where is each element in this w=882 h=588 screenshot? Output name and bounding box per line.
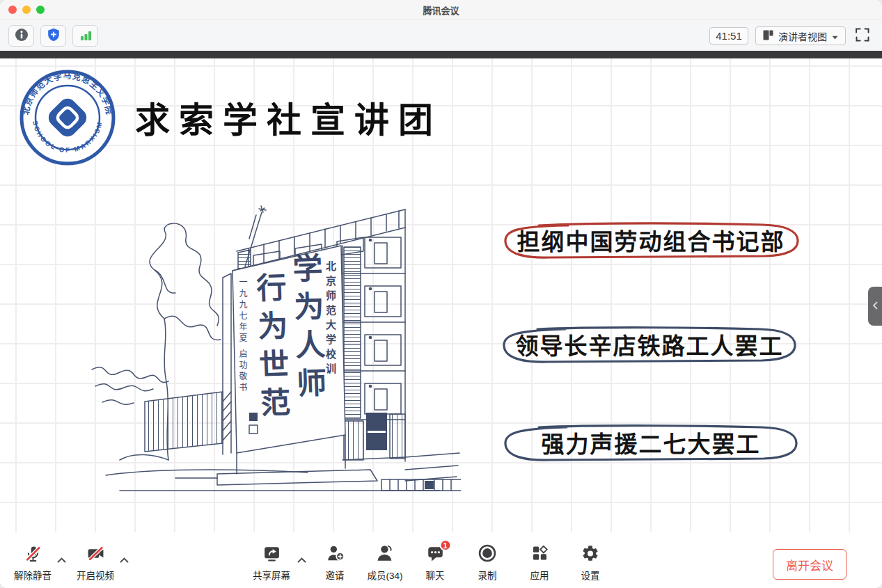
meeting-timer: 41:51	[709, 27, 748, 45]
video-options-chevron[interactable]	[120, 553, 129, 566]
expand-panel-tab[interactable]	[868, 287, 882, 326]
school-logo: 北京师范大学马克思主义学院 SCHOOL OF MARXISM	[18, 68, 117, 167]
share-screen-label: 共享屏幕	[253, 568, 290, 582]
network-quality-button[interactable]	[72, 25, 98, 47]
chat-button[interactable]: 1 聊天	[426, 544, 445, 582]
invite-label: 邀请	[326, 568, 345, 582]
apps-grid-icon	[530, 544, 549, 565]
settings-button[interactable]: 设置	[581, 544, 600, 582]
close-window-button[interactable]	[8, 6, 17, 14]
window-title: 腾讯会议	[0, 3, 882, 17]
unmute-button[interactable]: 解除静音	[14, 544, 52, 582]
audio-options-chevron[interactable]	[57, 553, 66, 566]
shield-plus-icon	[47, 28, 61, 45]
camera-off-icon	[87, 545, 104, 565]
view-mode-label: 演讲者视图	[778, 29, 827, 43]
layout-view-icon	[763, 30, 773, 42]
share-screen-icon	[263, 545, 281, 565]
slogan-box-2: 领导长辛店铁路工人罢工	[499, 324, 800, 365]
invite-button[interactable]: 邀请	[326, 544, 345, 582]
slogan-text: 担纲中国劳动组合书记部	[517, 223, 785, 257]
gear-icon	[581, 544, 600, 566]
unmute-label: 解除静音	[14, 568, 52, 582]
chevron-left-icon	[872, 300, 878, 312]
share-screen-button[interactable]: 共享屏幕	[253, 544, 290, 582]
settings-label: 设置	[581, 568, 600, 582]
chat-label: 聊天	[426, 568, 445, 582]
campus-building-illustration: 学为人师 行为世范 北京师范大学校训 一九九七年夏 启功敬书	[78, 204, 461, 493]
slogan-text: 领导长辛店铁路工人罢工	[516, 328, 784, 361]
zoom-window-button[interactable]	[36, 6, 45, 14]
microphone-muted-icon	[24, 545, 42, 565]
slide-title: 求索学社宣讲团	[135, 92, 442, 142]
members-icon	[376, 544, 394, 565]
info-icon	[15, 28, 29, 45]
security-button[interactable]	[40, 25, 66, 47]
chevron-down-icon	[832, 31, 838, 42]
top-toolbar: 41:51 演讲者视图	[0, 19, 882, 51]
fullscreen-button[interactable]	[853, 26, 872, 46]
record-icon	[478, 543, 497, 566]
invite-person-icon	[326, 544, 344, 565]
shared-screen-slide: 北京师范大学马克思主义学院 SCHOOL OF MARXISM 求索学社宣讲团	[0, 58, 882, 532]
fullscreen-icon	[854, 26, 871, 46]
motto-line-2: 行为世范	[246, 271, 295, 426]
record-label: 录制	[478, 568, 497, 582]
bottom-toolbar: 解除静音 开启视频	[0, 532, 882, 588]
record-button[interactable]: 录制	[478, 544, 497, 582]
chat-unread-badge: 1	[439, 539, 451, 551]
view-mode-dropdown[interactable]: 演讲者视图	[755, 26, 846, 45]
meeting-info-button[interactable]	[8, 25, 34, 47]
signal-bars-icon	[79, 28, 93, 45]
share-options-chevron[interactable]	[297, 553, 306, 566]
titlebar: 腾讯会议	[0, 0, 882, 19]
members-label: 成员(34)	[367, 568, 402, 582]
motto-caption-right: 北京师范大学校训	[323, 261, 338, 378]
apps-label: 应用	[530, 568, 549, 582]
motto-caption-left: 一九九七年夏 启功敬书	[237, 278, 249, 395]
leave-meeting-button[interactable]: 离开会议	[773, 549, 846, 580]
members-button[interactable]: 成员(34)	[367, 544, 402, 582]
start-video-label: 开启视频	[77, 568, 114, 582]
slogan-box-3: 强力声援二七大罢工	[501, 422, 801, 463]
meeting-window: 腾讯会议 41:51	[0, 0, 882, 588]
apps-button[interactable]: 应用	[530, 544, 549, 582]
slogan-box-1: 担纲中国劳动组合书记部	[501, 219, 801, 261]
slogan-text: 强力声援二七大罢工	[542, 426, 761, 459]
minimize-window-button[interactable]	[22, 6, 31, 14]
start-video-button[interactable]: 开启视频	[77, 544, 114, 582]
stage-divider	[0, 51, 882, 58]
